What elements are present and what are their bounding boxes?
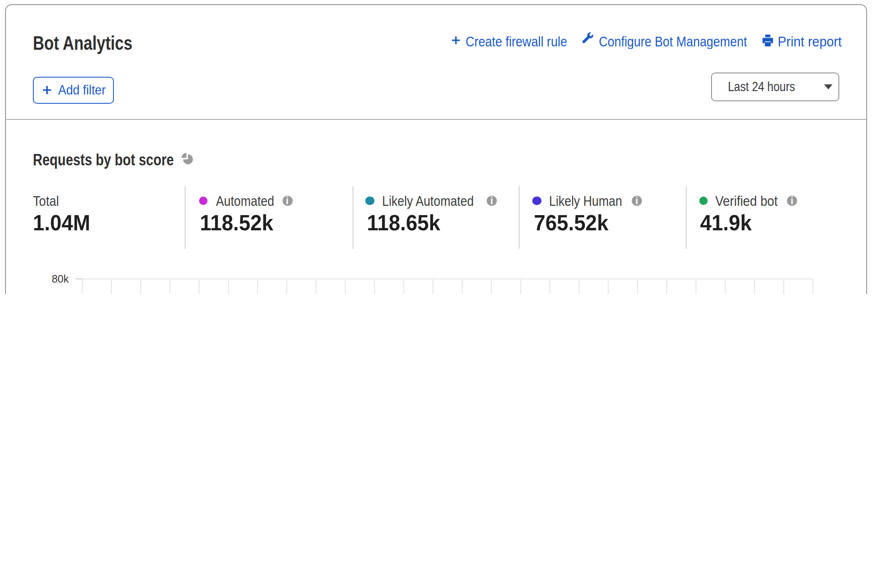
svg-text:80k: 80k — [52, 273, 69, 285]
